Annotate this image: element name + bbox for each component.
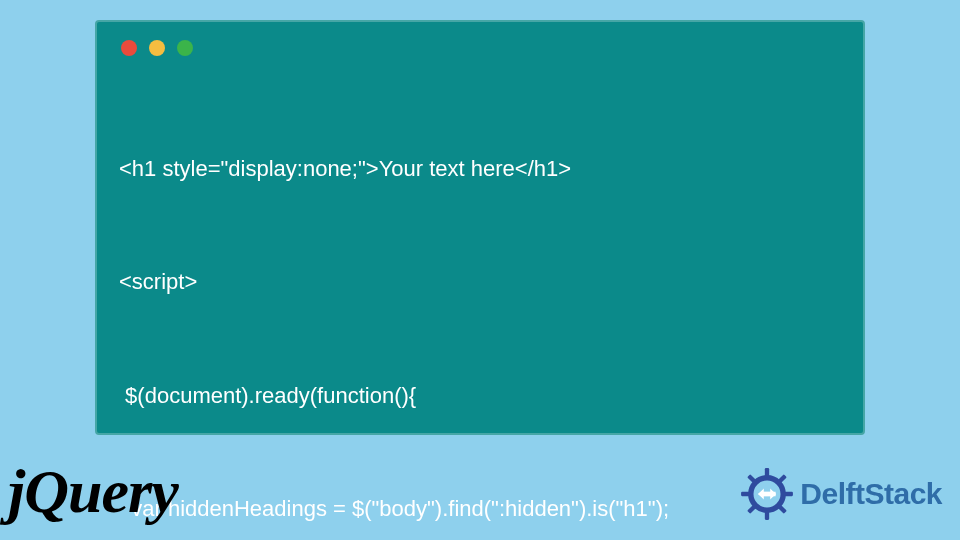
delftstack-logo: DelftStack (740, 467, 942, 521)
svg-rect-2 (765, 510, 769, 520)
code-window: <h1 style="display:none;">Your text here… (95, 20, 865, 435)
jquery-logo: jQuery (8, 460, 178, 528)
delftstack-label: DelftStack (800, 477, 942, 511)
code-line: <script> (119, 263, 841, 301)
code-line: <h1 style="display:none;">Your text here… (119, 150, 841, 188)
footer: jQuery (0, 450, 960, 540)
svg-rect-1 (765, 468, 769, 478)
close-icon (121, 40, 137, 56)
minimize-icon (149, 40, 165, 56)
code-line: $(document).ready(function(){ (119, 377, 841, 415)
svg-rect-13 (762, 492, 773, 496)
traffic-lights (119, 40, 841, 56)
svg-rect-4 (783, 492, 793, 496)
delftstack-gear-icon (740, 467, 794, 521)
svg-rect-3 (741, 492, 751, 496)
maximize-icon (177, 40, 193, 56)
